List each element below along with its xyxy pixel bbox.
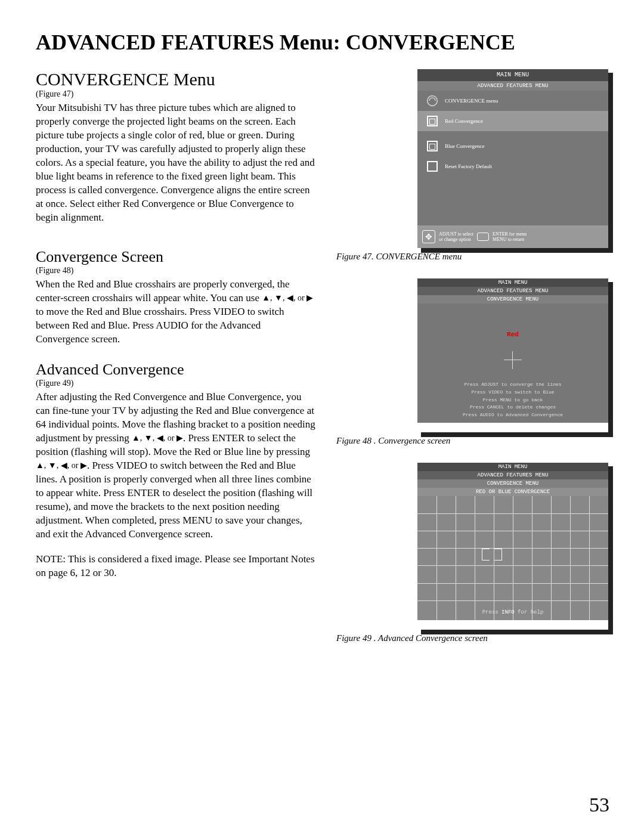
fig48-red-label: Red <box>507 331 519 338</box>
fig47-main-menu-bar: MAIN MENU <box>417 69 608 81</box>
note-fixed-image: NOTE: This is considered a fixed image. … <box>36 553 316 580</box>
right-column: MAIN MENU ADVANCED FEATURES MENU CONVERG… <box>334 69 608 660</box>
shadow <box>608 73 613 253</box>
fig48-af-menu-bar: ADVANCED FEATURES MENU <box>417 287 608 295</box>
fig47-item-3-label: Reset Factory Default <box>445 163 492 169</box>
fig49-body: Press INFO for help <box>417 496 608 620</box>
fig48-tip-1: Press VIDEO to switch to Blue <box>417 389 608 397</box>
fig47-foot-l1: ADJUST to select <box>439 231 473 237</box>
page-title: ADVANCED FEATURES Menu: CONVERGENCE <box>36 30 608 55</box>
fig49-conv-menu-bar: CONVERGENCE MENU <box>417 479 608 488</box>
figref-48: (Figure 48) <box>36 266 316 275</box>
fig47-item-red-convergence: Red Convergence <box>417 111 608 131</box>
fig47-item-reset-factory: Reset Factory Default <box>417 156 608 176</box>
fig48-tip-2: Press MENU to go back <box>417 397 608 404</box>
fig49-tip: Press INFO for help <box>417 609 608 615</box>
shadow <box>608 466 613 634</box>
para-screen-a: When the Red and Blue crosshairs are pro… <box>36 278 289 304</box>
heading-convergence-menu: CONVERGENCE Menu <box>36 69 316 89</box>
box-icon <box>426 114 439 128</box>
fig47-item-convergence-menu: CONVERGENCE menu <box>417 91 608 111</box>
adv-c: . Press VIDEO to switch between the Red … <box>36 460 312 540</box>
fig48-caption: Figure 48 . Convergence screen <box>336 436 608 446</box>
fig48-tip-4: Press AUDIO to Advanced Convergence <box>417 411 608 419</box>
fig47-foot-r2: MENU to return <box>493 237 524 242</box>
left-column: CONVERGENCE Menu (Figure 47) Your Mitsub… <box>36 69 316 660</box>
adjust-icon <box>422 230 435 243</box>
fig48-body: Red Press ADJUST to converge the lines P… <box>417 304 608 423</box>
fig47-foot-l2: or change option <box>439 237 471 242</box>
fig47-caption: Figure 47. CONVERGENCE menu <box>336 252 608 262</box>
fig47-item-0-label: CONVERGENCE menu <box>445 98 498 104</box>
para-screen-b: to move the Red and Blue crosshairs. Pre… <box>36 306 284 345</box>
fig47-item-blue-convergence: Blue Convergence <box>417 136 608 156</box>
fig49-tip-hl: INFO <box>501 609 515 615</box>
enter-icon <box>477 233 489 241</box>
heading-convergence-screen: Convergence Screen <box>36 248 316 266</box>
fig47-foot-r1: ENTER for menu <box>493 231 527 237</box>
figref-47: (Figure 47) <box>36 89 316 99</box>
shadow <box>421 248 613 253</box>
crosshair-icon <box>504 351 522 369</box>
arrow-glyphs: ▲, ▼, ◀, or ▶ <box>132 433 183 444</box>
fig49-tip-a: Press <box>482 609 501 615</box>
fig48-main-menu-bar: MAIN MENU <box>417 278 608 287</box>
selection-bracket-icon <box>482 549 502 561</box>
figref-49: (Figure 49) <box>36 379 316 388</box>
arrow-glyphs: ▲, ▼, ◀, or ▶ <box>262 293 313 304</box>
fig49-tip-b: for help <box>515 609 544 615</box>
convergence-grid: Press INFO for help <box>417 496 608 620</box>
para-advanced-1: After adjusting the Red Convergence and … <box>36 391 316 541</box>
fig48-tip-0: Press ADJUST to converge the lines <box>417 381 608 389</box>
fig47-item-2-label: Blue Convergence <box>445 143 485 149</box>
fig49-main-menu-bar: MAIN MENU <box>417 463 608 471</box>
fig49-caption: Figure 49 . Advanced Convergence screen <box>336 633 608 643</box>
page-number: 53 <box>589 794 609 816</box>
fig49-af-menu-bar: ADVANCED FEATURES MENU <box>417 471 608 479</box>
figure-47: MAIN MENU ADVANCED FEATURES MENU CONVERG… <box>334 69 608 262</box>
para-convergence-menu: Your Mitsubishi TV has three picture tub… <box>36 101 316 224</box>
fig47-af-menu-bar: ADVANCED FEATURES MENU <box>417 81 608 91</box>
fig48-conv-menu-bar: CONVERGENCE MENU <box>417 295 608 304</box>
shadow <box>421 630 613 634</box>
fig47-item-1-label: Red Convergence <box>445 118 483 124</box>
fig47-screen: MAIN MENU ADVANCED FEATURES MENU CONVERG… <box>417 69 608 248</box>
figure-49: MAIN MENU ADVANCED FEATURES MENU CONVERG… <box>334 463 608 643</box>
figure-48: MAIN MENU ADVANCED FEATURES MENU CONVERG… <box>334 278 608 446</box>
convergence-icon <box>426 94 439 107</box>
arrow-glyphs: ▲, ▼, ◀, or ▶ <box>36 460 87 472</box>
shadow <box>421 432 613 437</box>
fig49-screen: MAIN MENU ADVANCED FEATURES MENU CONVERG… <box>417 463 608 630</box>
fig47-footer: ADJUST to select or change option ENTER … <box>417 225 608 248</box>
box-icon <box>426 140 439 153</box>
two-column-layout: CONVERGENCE Menu (Figure 47) Your Mitsub… <box>36 69 608 660</box>
fig48-screen: MAIN MENU ADVANCED FEATURES MENU CONVERG… <box>417 278 608 432</box>
fig48-tip-3: Press CANCEL to delete changes <box>417 404 608 411</box>
fig48-tips: Press ADJUST to converge the lines Press… <box>417 381 608 419</box>
para-convergence-screen: When the Red and Blue crosshairs are pro… <box>36 278 316 346</box>
fig47-menu-body: CONVERGENCE menu Red Convergence Blue Co… <box>417 91 608 225</box>
shadow <box>608 282 613 437</box>
box-icon <box>426 160 439 173</box>
fig49-rb-bar: RED OR BLUE CONVERGENCE <box>417 488 608 496</box>
heading-advanced-convergence: Advanced Convergence <box>36 361 316 379</box>
